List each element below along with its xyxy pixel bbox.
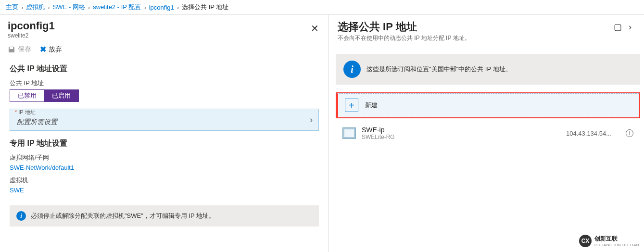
toolbar: 保存 ✖ 放弃 (0, 41, 328, 58)
notice-text: 必须停止或解除分配关联的虚拟机"SWE"，才可编辑专用 IP 地址。 (31, 212, 215, 220)
ip-resource-group: SWELite-RG (362, 134, 560, 140)
right-subtitle: 不会向不在使用中的动态公共 IP 地址分配 IP 地址。 (338, 34, 632, 42)
breadcrumb-ipcfgname[interactable]: ipconfig1 (149, 4, 174, 11)
public-ip-option[interactable]: SWE-ip SWELite-RG 104.43.134.54... i (336, 120, 640, 146)
right-info-banner: i 这些是所选订阅和位置"美国中部"中的公共 IP 地址。 (336, 54, 640, 85)
ip-address-value: 104.43.134.54... (566, 130, 611, 137)
ip-name: SWE-ip (362, 126, 560, 134)
discard-label: 放弃 (49, 45, 62, 54)
breadcrumb-sep: › (48, 4, 50, 11)
breadcrumb-home[interactable]: 主页 (6, 3, 18, 12)
private-ip-section: 专用 IP 地址设置 虚拟网络/子网 SWE-NetWork/default1 … (0, 133, 328, 196)
breadcrumb-sep: › (144, 4, 146, 11)
vm-link[interactable]: SWE (10, 187, 319, 194)
logo-icon: CX (579, 235, 592, 247)
new-label: 新建 (365, 101, 378, 110)
public-ip-section-title: 公共 IP 地址设置 (10, 64, 319, 74)
right-info-text: 这些是所选订阅和位置"美国中部"中的公共 IP 地址。 (366, 65, 512, 74)
info-icon: i (16, 211, 26, 221)
private-ip-section-title: 专用 IP 地址设置 (10, 139, 319, 149)
public-ip-icon (342, 127, 356, 139)
right-title: 选择公共 IP 地址 (338, 20, 632, 34)
choose-public-ip-blade: 选择公共 IP 地址 不会向不在使用中的动态公共 IP 地址分配 IP 地址。 … (329, 15, 644, 252)
discard-button[interactable]: ✖ 放弃 (40, 45, 62, 54)
maximize-icon[interactable]: ▢ (614, 22, 622, 32)
public-ip-toggle: 已禁用 已启用 (10, 89, 79, 102)
info-icon[interactable]: i (626, 129, 633, 137)
chevron-right-icon: › (310, 115, 313, 125)
info-icon: i (343, 61, 361, 78)
save-icon (8, 46, 15, 53)
breadcrumb-sep: › (21, 4, 23, 11)
create-new-button[interactable]: + 新建 (337, 93, 639, 117)
private-ip-notice: i 必须停止或解除分配关联的虚拟机"SWE"，才可编辑专用 IP 地址。 (10, 205, 319, 227)
toggle-disabled[interactable]: 已禁用 (10, 90, 44, 101)
ipconfig-blade: ipconfig1 swelite2 ✕ 保存 ✖ 放弃 公共 IP 地址设置 … (0, 15, 329, 252)
breadcrumb-ipcfg[interactable]: swelite2 - IP 配置 (93, 3, 141, 12)
breadcrumb-sep: › (88, 4, 90, 11)
public-ip-label: 公共 IP 地址 (10, 79, 319, 88)
logo-text: 创新互联 (594, 235, 639, 243)
plus-icon: + (345, 99, 358, 112)
close-icon[interactable]: ✕ (311, 23, 319, 34)
ip-address-label: IP 地址 (18, 109, 35, 115)
public-ip-section: 公共 IP 地址设置 公共 IP 地址 已禁用 已启用 *IP 地址 配置所需设… (0, 58, 328, 133)
save-label: 保存 (18, 45, 31, 54)
watermark-logo: CX 创新互联 CHUANG XIN HU LIAN (579, 235, 639, 247)
vnet-link[interactable]: SWE-NetWork/default1 (10, 164, 319, 171)
logo-sub: CHUANG XIN HU LIAN (594, 243, 639, 247)
save-button[interactable]: 保存 (8, 45, 31, 54)
breadcrumb-nic[interactable]: SWE - 网络 (53, 3, 85, 12)
breadcrumb-current: 选择公共 IP 地址 (182, 3, 228, 12)
close-right-icon[interactable]: › (629, 22, 631, 32)
breadcrumb: 主页 › 虚拟机 › SWE - 网络 › swelite2 - IP 配置 ›… (0, 0, 644, 15)
page-subtitle: swelite2 (8, 32, 321, 39)
ip-address-placeholder: 配置所需设置 (17, 118, 312, 126)
ip-address-selector[interactable]: *IP 地址 配置所需设置 › (10, 109, 319, 131)
vnet-label: 虚拟网络/子网 (10, 153, 319, 162)
page-title: ipconfig1 (8, 20, 321, 32)
breadcrumb-vm[interactable]: 虚拟机 (26, 3, 45, 12)
discard-icon: ✖ (40, 45, 46, 54)
toggle-enabled[interactable]: 已启用 (44, 90, 78, 101)
breadcrumb-sep: › (177, 4, 179, 11)
vm-label: 虚拟机 (10, 176, 319, 185)
